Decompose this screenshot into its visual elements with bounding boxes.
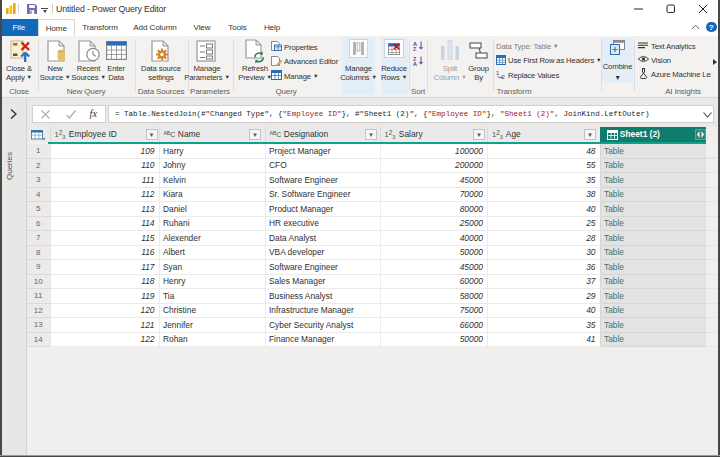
svg-text:1: 1 — [496, 70, 500, 76]
